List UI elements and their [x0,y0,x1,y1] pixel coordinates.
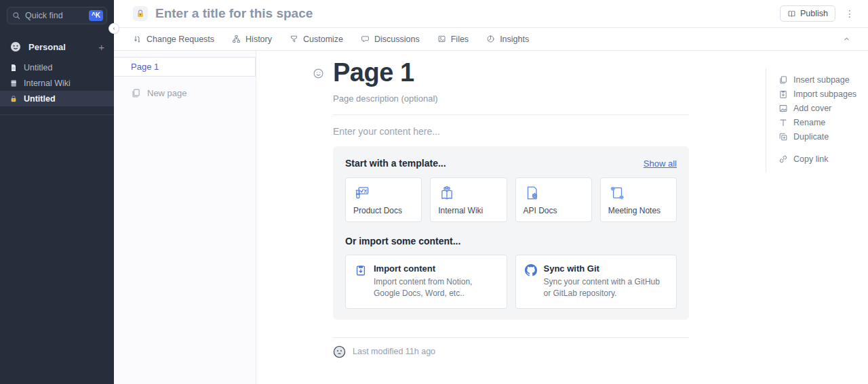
space-emoji-button[interactable] [133,6,148,21]
sidebar-item-untitled-1[interactable]: Untitled [0,60,114,75]
tab-insights[interactable]: Insights [486,35,529,44]
template-card-internal-wiki[interactable]: Internal Wiki [430,177,507,222]
import-subpages-action[interactable]: Import subpages [778,87,868,101]
sidebar-item-label: Internal Wiki [24,79,71,88]
lock-icon [136,9,145,18]
book-icon [9,79,18,87]
new-page-label: New page [147,88,187,98]
page-list-panel: Page 1 New page [114,51,256,384]
page-emoji-button[interactable] [313,68,324,79]
tab-label: Files [451,35,469,44]
workspace-avatar [9,41,22,53]
tab-label: History [245,35,272,44]
action-label: Rename [793,118,825,127]
rename-action[interactable]: Rename [778,115,868,129]
duplicate-icon [778,132,788,142]
change-requests-icon [133,35,142,43]
template-label: Internal Wiki [438,206,498,215]
more-options-icon[interactable]: ⋮ [845,9,854,18]
add-cover-action[interactable]: Add cover [778,101,868,115]
sidebar-collapse-button[interactable]: ‹ [108,23,119,34]
page-title[interactable]: Page 1 [333,58,689,87]
sidebar-item-untitled-2[interactable]: Untitled [0,91,114,106]
product-docs-icon [353,184,414,202]
document-area: Page 1 Page description (optional) Enter… [256,51,766,384]
template-card-product-docs[interactable]: Product Docs [345,177,422,222]
import-grid: Import content Import content from Notio… [345,255,677,309]
template-card-api-docs[interactable]: API Docs [515,177,592,222]
search-placeholder: Quick find [25,11,89,20]
actions-spacer [778,144,868,152]
sidebar-divider [0,114,114,115]
workspace-sidebar: Quick find ^K Personal + Untitled Intern… [0,0,114,384]
image-icon [437,35,446,43]
workarea: Page 1 New page Page 1 Page description … [114,51,868,384]
template-heading: Start with a template... [345,158,644,169]
space-list: Untitled Internal Wiki Untitled [0,60,114,106]
shortcut-badge: ^K [89,10,103,21]
sidebar-item-label: Untitled [24,63,52,72]
import-clipboard-icon [778,89,788,99]
template-label: Meeting Notes [608,206,669,215]
image-icon [778,104,788,113]
meeting-notes-icon [608,184,669,202]
tab-label: Change Requests [146,35,214,44]
import-card-description: Sync your content with a GitHub or GitLa… [544,276,668,300]
action-label: Import subpages [793,89,856,99]
workspace-name: Personal [28,42,98,52]
main-area: Enter a title for this space Publish ⋮ C… [114,0,868,384]
app: Quick find ^K Personal + Untitled Intern… [0,0,868,384]
template-suggestions-box: Start with a template... Show all Produc… [333,146,689,320]
template-card-meeting-notes[interactable]: Meeting Notes [600,177,677,222]
new-page-button[interactable]: New page [114,88,256,98]
github-icon [525,264,537,276]
tab-files[interactable]: Files [437,35,469,44]
template-label: Product Docs [353,206,414,215]
space-title-input[interactable]: Enter a title for this space [155,6,780,21]
space-tabbar: Change Requests History Customize Discus… [114,28,868,51]
collapse-tabbar-icon[interactable] [843,35,850,43]
sidebar-item-internal-wiki[interactable]: Internal Wiki [0,75,114,91]
import-content-card[interactable]: Import content Import content from Notio… [345,255,507,309]
page-list-item-page1[interactable]: Page 1 [114,57,256,77]
api-docs-icon [524,184,584,202]
page-icon [9,64,18,72]
tab-customize[interactable]: Customize [290,35,343,44]
tab-history[interactable]: History [232,35,272,44]
pages-icon [778,75,788,85]
action-label: Add cover [793,104,831,113]
add-space-icon[interactable]: + [98,42,104,52]
divider [333,114,689,115]
search-icon [12,12,20,20]
insert-subpage-action[interactable]: Insert subpage [778,72,868,87]
lock-icon [9,95,18,103]
text-icon [778,118,788,127]
last-modified-text: Last modified 11h ago [353,347,435,356]
discussion-bubble-icon [361,35,370,43]
tab-discussions[interactable]: Discussions [361,35,420,44]
template-label: API Docs [524,206,584,215]
copy-link-action[interactable]: Copy link [778,152,868,166]
book-open-icon [787,9,796,18]
workspace-row[interactable]: Personal + [0,41,114,53]
action-label: Duplicate [793,132,829,142]
user-avatar [333,345,346,358]
tab-label: Discussions [374,35,420,44]
tab-change-requests[interactable]: Change Requests [133,35,214,44]
show-all-link[interactable]: Show all [644,158,677,169]
duplicate-action[interactable]: Duplicate [778,129,868,144]
last-modified-row: Last modified 11h ago [333,345,689,358]
import-heading: Or import some content... [345,236,677,247]
pages-icon [131,88,141,98]
customize-icon [290,35,298,43]
content-placeholder[interactable]: Enter your content here... [333,126,689,137]
publish-button[interactable]: Publish [780,5,835,22]
page-description-placeholder[interactable]: Page description (optional) [333,93,689,104]
tab-label: Customize [303,35,343,44]
quick-find-search[interactable]: Quick find ^K [7,7,107,24]
internal-wiki-icon [438,184,498,202]
sync-with-git-card[interactable]: Sync with Git Sync your content with a G… [515,255,677,309]
import-clipboard-icon [355,264,367,276]
page-item-label: Page 1 [131,62,159,72]
page-actions-panel: Insert subpage Import subpages Add cover [766,51,868,384]
